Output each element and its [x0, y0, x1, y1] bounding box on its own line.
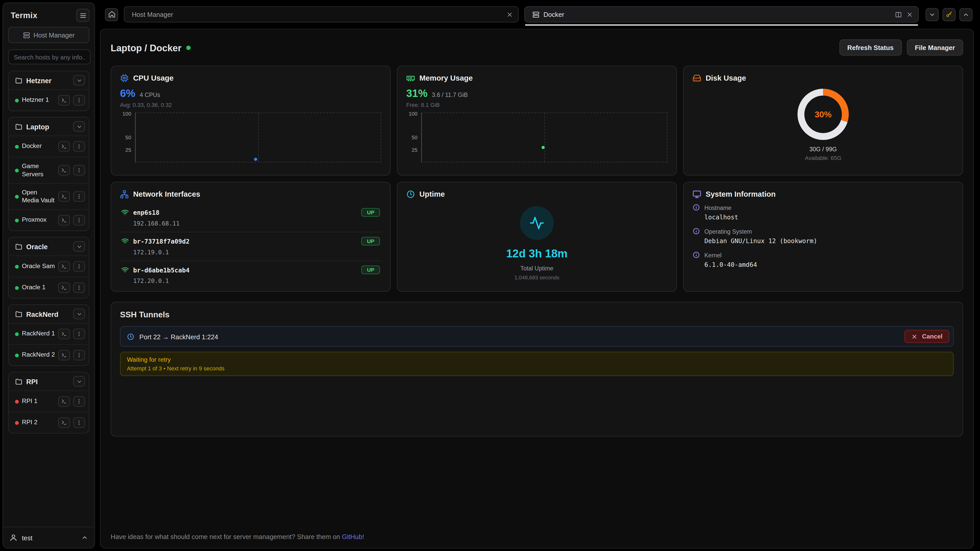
host-terminal-button[interactable] [58, 417, 70, 428]
status-dot [15, 144, 19, 148]
group-name: Hetzner [26, 76, 69, 84]
ellipsis-vertical-icon [76, 194, 82, 199]
folder-icon [15, 310, 22, 318]
host-groups: Hetzner Hetzner 1 Laptop [3, 71, 94, 527]
cpu-load-average: Avg: 0.33, 0.36, 0.32 [120, 102, 381, 108]
group-collapse-button[interactable] [73, 309, 85, 319]
chevron-down-icon [76, 243, 82, 249]
ssh-tunnels-title: SSH Tunnels [120, 310, 954, 319]
system-info-value: Debian GNU/Linux 12 (bookworm) [692, 238, 954, 245]
host-terminal-button[interactable] [58, 191, 70, 202]
host-row[interactable]: RackNerd 2 [9, 344, 89, 365]
interface-ip: 172.20.0.1 [121, 277, 380, 284]
host-name: Docker [22, 143, 55, 151]
host-group-racknerd: RackNerd RackNerd 1 RackNerd 2 [8, 304, 89, 366]
disk-usage-value: 30% [797, 89, 849, 140]
host-menu-button[interactable] [73, 329, 85, 339]
github-link[interactable]: GitHub! [342, 533, 364, 540]
host-row[interactable]: Proxmox [9, 209, 89, 230]
host-status-dot [186, 45, 191, 50]
ellipsis-vertical-icon [76, 352, 82, 358]
chevron-down-icon [929, 11, 935, 18]
cpu-usage-card: CPU Usage 6% 4 CPUs Avg: 0.33, 0.36, 0.3… [110, 65, 390, 176]
scroll-tabs-down-button[interactable] [926, 8, 939, 21]
status-dot [15, 195, 19, 198]
group-collapse-button[interactable] [73, 75, 85, 86]
scroll-tabs-up-button[interactable] [959, 8, 972, 21]
file-manager-button[interactable]: File Manager [907, 39, 963, 56]
sidebar-menu-button[interactable] [76, 9, 89, 22]
system-info-entry: Operating System Debian GNU/Linux 12 (bo… [692, 227, 954, 244]
activity-circle [520, 206, 554, 240]
tab-docker[interactable]: Docker [524, 6, 919, 22]
terminal-icon [61, 285, 67, 291]
cpu-chart-plot [135, 113, 381, 162]
host-menu-button[interactable] [73, 261, 85, 272]
status-dot [15, 98, 19, 102]
memory-icon [406, 74, 415, 83]
host-row[interactable]: Game Servers [9, 157, 89, 183]
tab-close-icon[interactable] [906, 11, 913, 18]
status-dot [15, 332, 19, 336]
host-row[interactable]: Hetzner 1 [9, 89, 89, 110]
folder-icon [15, 123, 22, 130]
credentials-button[interactable] [942, 8, 956, 21]
group-collapse-button[interactable] [73, 241, 85, 252]
host-menu-button[interactable] [73, 350, 85, 360]
folder-icon [15, 76, 22, 84]
host-row[interactable]: Docker [9, 135, 89, 157]
host-row[interactable]: Oracle Sam [9, 256, 89, 277]
host-terminal-button[interactable] [58, 283, 70, 293]
hamburger-icon [79, 11, 86, 19]
host-menu-button[interactable] [73, 396, 85, 407]
cpu-chart-yaxis: 100 50 25 [120, 113, 135, 162]
host-menu-button[interactable] [73, 141, 85, 152]
host-terminal-button[interactable] [58, 95, 70, 106]
split-view-icon[interactable] [895, 11, 902, 18]
user-menu[interactable]: test [3, 527, 94, 548]
host-menu-button[interactable] [73, 95, 85, 106]
host-menu-button[interactable] [73, 417, 85, 428]
terminal-icon [61, 97, 67, 103]
host-menu-button[interactable] [73, 215, 85, 225]
host-terminal-button[interactable] [58, 396, 70, 407]
group-header[interactable]: RPI [9, 372, 89, 391]
interface-name: br-73718f7a09d2 [133, 238, 189, 245]
host-terminal-button[interactable] [58, 141, 70, 152]
interface-ip: 172.19.0.1 [121, 249, 380, 256]
host-menu-button[interactable] [73, 191, 85, 202]
host-terminal-button[interactable] [58, 350, 70, 360]
tab-close-icon[interactable] [506, 11, 513, 18]
group-header[interactable]: Laptop [9, 118, 89, 135]
host-terminal-button[interactable] [58, 329, 70, 339]
host-group-oracle: Oracle Oracle Sam Oracle 1 [8, 237, 89, 299]
host-menu-button[interactable] [73, 283, 85, 293]
group-header[interactable]: Oracle [9, 238, 89, 256]
host-row[interactable]: RPI 1 [9, 391, 89, 412]
group-header[interactable]: Hetzner [9, 71, 89, 89]
group-collapse-button[interactable] [73, 121, 85, 132]
search-input[interactable] [8, 49, 91, 64]
host-row[interactable]: Oracle 1 [9, 277, 89, 298]
host-row[interactable]: Open Media Vault [9, 183, 89, 210]
ytick: 50 [412, 135, 417, 141]
ellipsis-vertical-icon [76, 167, 82, 173]
group-collapse-button[interactable] [73, 376, 85, 387]
disk-donut-wrap: 30% 30G / 99G Available: 65G [692, 87, 954, 161]
tab-host-manager[interactable]: Host Manager [124, 6, 519, 22]
home-button[interactable] [105, 8, 118, 21]
terminal-icon [61, 264, 67, 269]
host-menu-button[interactable] [73, 165, 85, 176]
host-row[interactable]: RPI 2 [9, 412, 89, 433]
host-terminal-button[interactable] [58, 215, 70, 225]
tunnel-cancel-button[interactable]: Cancel [904, 330, 950, 343]
refresh-status-button[interactable]: Refresh Status [839, 39, 902, 56]
host-terminal-button[interactable] [58, 165, 70, 176]
uptime-card: Uptime 12d 3h 18m Total Uptime 1,048,683… [397, 182, 677, 292]
host-terminal-button[interactable] [58, 261, 70, 272]
host-row[interactable]: RackNerd 1 [9, 323, 89, 344]
group-header[interactable]: RackNerd [9, 305, 89, 323]
ytick: 50 [125, 135, 131, 141]
host-manager-button[interactable]: Host Manager [8, 27, 89, 43]
ellipsis-vertical-icon [76, 264, 82, 269]
